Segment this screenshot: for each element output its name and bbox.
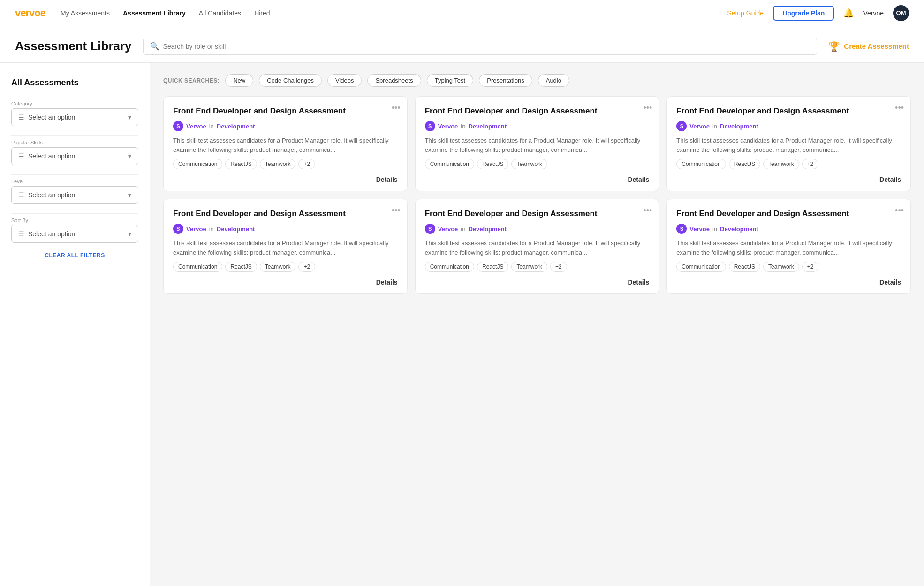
lines-icon: ☰ [18, 113, 24, 121]
card-tags: CommunicationReactJSTeamwork [425, 159, 650, 169]
card-author-name[interactable]: Vervoe [186, 123, 206, 130]
card-title: Front End Developer and Design Assessmen… [173, 209, 398, 219]
main-content: QUICK SEARCHES: New Code Challenges Vide… [150, 63, 924, 586]
card-menu-icon[interactable]: ••• [392, 206, 401, 216]
card-author-in: in [209, 123, 214, 130]
card-title: Front End Developer and Design Assessmen… [173, 106, 398, 116]
card-details-button[interactable]: Details [628, 176, 649, 183]
upgrade-plan-button[interactable]: Upgrade Plan [773, 6, 834, 21]
card-menu-icon[interactable]: ••• [392, 103, 401, 113]
qs-tag-spreadsheets[interactable]: Spreadsheets [367, 74, 421, 87]
card-description: This skill test assesses candidates for … [425, 136, 650, 154]
setup-guide-link[interactable]: Setup Guide [727, 9, 764, 17]
qs-tag-code-challenges[interactable]: Code Challenges [259, 74, 322, 87]
card-avatar: S [425, 224, 435, 234]
card-author-category[interactable]: Development [720, 123, 758, 130]
card-author: S Vervoe in Development [425, 224, 650, 234]
card-tag: Communication [676, 262, 726, 272]
category-select[interactable]: ☰ Select an option ▾ [11, 108, 138, 126]
lines-icon-2: ☰ [18, 152, 24, 160]
filter-group-level: Level ☰ Select an option ▾ [11, 179, 138, 204]
card-title: Front End Developer and Design Assessmen… [676, 106, 901, 116]
card-tag: +2 [802, 159, 819, 169]
divider-3 [11, 213, 138, 214]
notifications-icon[interactable]: 🔔 [843, 8, 854, 18]
qs-tag-presentations[interactable]: Presentations [479, 74, 532, 87]
card-author-name[interactable]: Vervoe [689, 225, 710, 233]
card-details-button[interactable]: Details [376, 176, 398, 183]
card-author-category[interactable]: Development [217, 225, 255, 233]
card-title: Front End Developer and Design Assessmen… [425, 106, 650, 116]
card-author-category[interactable]: Development [217, 123, 255, 130]
card-tags: CommunicationReactJSTeamwork+2 [173, 262, 398, 272]
user-name-label: Vervoe [863, 9, 884, 17]
assessment-card: ••• Front End Developer and Design Asses… [163, 96, 408, 191]
card-tag: ReactJS [729, 159, 760, 169]
card-tag: Teamwork [763, 262, 799, 272]
card-description: This skill test assesses candidates for … [425, 239, 650, 257]
filter-label-category: Category [11, 101, 138, 106]
filter-label-popular-skills: Popular Skills [11, 140, 138, 145]
assessment-card: ••• Front End Developer and Design Asses… [666, 96, 911, 191]
card-tag: Teamwork [763, 159, 799, 169]
card-author-name[interactable]: Vervoe [689, 123, 710, 130]
chevron-down-icon-4: ▾ [128, 230, 131, 238]
card-avatar: S [676, 224, 687, 234]
card-tag: +2 [298, 159, 315, 169]
trophy-icon: 🏆 [828, 41, 840, 52]
chevron-down-icon-2: ▾ [128, 152, 131, 160]
card-description: This skill test assesses candidates for … [173, 136, 398, 154]
card-author-category[interactable]: Development [720, 225, 758, 233]
qs-tag-new[interactable]: New [225, 74, 253, 87]
quick-searches-label: QUICK SEARCHES: [163, 77, 220, 84]
card-title: Front End Developer and Design Assessmen… [425, 209, 650, 219]
card-author-in: in [712, 123, 717, 130]
card-menu-icon[interactable]: ••• [643, 103, 652, 113]
brand-logo[interactable]: vervoe [15, 7, 45, 19]
card-tag: Communication [676, 159, 726, 169]
logo-part2: voe [29, 7, 45, 19]
card-tag: Teamwork [260, 159, 296, 169]
card-details-button[interactable]: Details [376, 278, 398, 286]
nav-my-assessments[interactable]: My Assessments [61, 9, 110, 17]
filter-label-level: Level [11, 179, 138, 184]
avatar[interactable]: OM [893, 5, 909, 21]
card-author-name[interactable]: Vervoe [438, 225, 458, 233]
card-details-button[interactable]: Details [628, 278, 649, 286]
nav-all-candidates[interactable]: All Candidates [199, 9, 241, 17]
popular-skills-select[interactable]: ☰ Select an option ▾ [11, 147, 138, 165]
search-bar: 🔍 [143, 38, 818, 55]
assessment-card: ••• Front End Developer and Design Asses… [415, 199, 659, 294]
card-author-in: in [712, 225, 717, 233]
qs-tag-videos[interactable]: Videos [327, 74, 362, 87]
qs-tag-audio[interactable]: Audio [538, 74, 569, 87]
sort-by-select[interactable]: ☰ Select an option ▾ [11, 225, 138, 243]
nav-hired[interactable]: Hired [254, 9, 270, 17]
card-avatar: S [676, 121, 687, 131]
logo-part1: ver [15, 7, 29, 19]
sidebar-title: All Assessments [11, 78, 138, 88]
card-menu-icon[interactable]: ••• [895, 206, 904, 216]
card-author: S Vervoe in Development [676, 224, 901, 234]
card-tag: ReactJS [225, 262, 257, 272]
clear-all-filters-button[interactable]: CLEAR ALL FILTERS [11, 252, 138, 259]
sidebar: All Assessments Category ☰ Select an opt… [0, 63, 150, 586]
page-title: Assessment Library [15, 39, 132, 53]
card-details-button[interactable]: Details [879, 278, 901, 286]
card-author-name[interactable]: Vervoe [438, 123, 458, 130]
level-select[interactable]: ☰ Select an option ▾ [11, 186, 138, 204]
nav-assessment-library[interactable]: Assessment Library [123, 9, 186, 17]
popular-skills-placeholder: Select an option [28, 152, 75, 160]
card-author-name[interactable]: Vervoe [186, 225, 206, 233]
card-author-category[interactable]: Development [468, 225, 507, 233]
card-tag: Communication [173, 159, 222, 169]
card-menu-icon[interactable]: ••• [643, 206, 652, 216]
card-author-category[interactable]: Development [468, 123, 507, 130]
lines-icon-4: ☰ [18, 230, 24, 238]
card-menu-icon[interactable]: ••• [895, 103, 904, 113]
search-input[interactable] [163, 43, 810, 50]
qs-tag-typing-test[interactable]: Typing Test [427, 74, 474, 87]
create-assessment-button[interactable]: 🏆 Create Assessment [828, 41, 909, 52]
card-details-button[interactable]: Details [879, 176, 901, 183]
assessment-card: ••• Front End Developer and Design Asses… [666, 199, 911, 294]
